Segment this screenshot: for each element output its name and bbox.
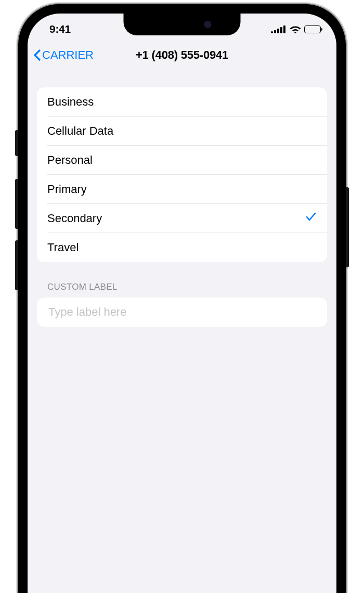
label-option-text: Primary [47, 183, 87, 196]
back-button-label: CARRIER [42, 48, 94, 62]
label-option-text: Business [47, 95, 94, 109]
label-option-text: Personal [47, 153, 93, 167]
label-options-list: Business Cellular Data Personal Primary … [37, 87, 327, 262]
battery-icon [304, 25, 321, 33]
label-option-text: Travel [47, 241, 79, 254]
mute-switch [15, 130, 18, 156]
custom-label-input[interactable] [47, 305, 317, 319]
label-option-secondary[interactable]: Secondary [37, 204, 327, 233]
navigation-bar: CARRIER +1 (408) 555-0941 [28, 41, 336, 70]
label-option-personal[interactable]: Personal [37, 146, 327, 175]
wifi-icon [290, 25, 301, 33]
power-button [346, 187, 349, 267]
label-option-text: Cellular Data [47, 124, 113, 138]
label-option-text: Secondary [47, 212, 102, 225]
back-button[interactable]: CARRIER [33, 48, 94, 62]
label-option-business[interactable]: Business [37, 87, 327, 117]
volume-down-button [15, 240, 18, 290]
chevron-left-icon [33, 49, 41, 61]
custom-label-header: CUSTOM LABEL [37, 262, 327, 298]
phone-device-frame: 9:41 [0, 0, 364, 593]
page-title: +1 (408) 555-0941 [136, 48, 228, 62]
volume-up-button [15, 179, 18, 229]
status-time: 9:41 [49, 23, 71, 35]
label-option-primary[interactable]: Primary [37, 175, 327, 204]
checkmark-icon [305, 211, 317, 226]
notch [124, 14, 241, 35]
label-option-travel[interactable]: Travel [37, 233, 327, 262]
cellular-signal-icon [271, 25, 285, 33]
label-option-cellular-data[interactable]: Cellular Data [37, 117, 327, 146]
